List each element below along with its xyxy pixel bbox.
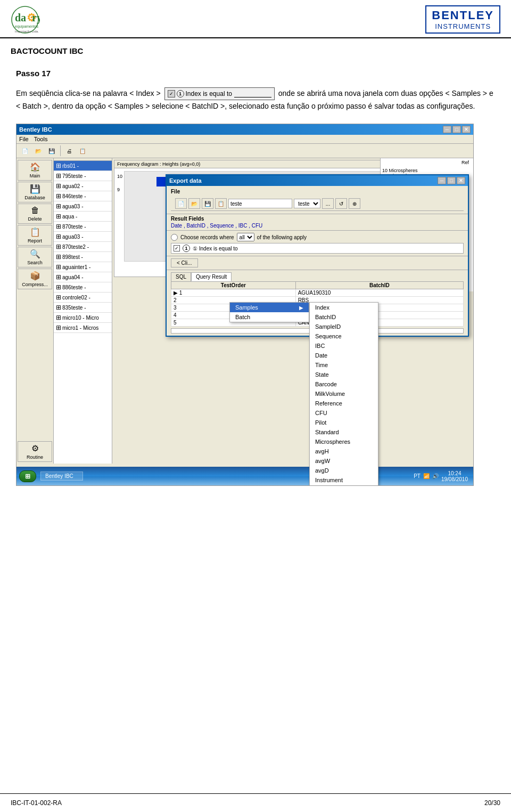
list-item-870teste[interactable]: ⊞ 870teste - xyxy=(54,222,112,232)
query-radio[interactable] xyxy=(171,234,178,241)
submenu-date[interactable]: Date xyxy=(310,351,378,360)
submenu-microspheres[interactable]: Microspheres xyxy=(310,437,378,446)
dialog-browse-btn[interactable]: ... xyxy=(322,198,334,209)
sidebar-compress[interactable]: 📦 Compress... xyxy=(18,269,52,289)
tab-sql[interactable]: SQL xyxy=(171,272,191,281)
list-item-846teste[interactable]: ⊞ 846teste - xyxy=(54,191,112,201)
maximize-button[interactable]: □ xyxy=(452,126,461,133)
clock-date: 19/08/2010 xyxy=(441,476,468,482)
list-item-aqua[interactable]: ⊞ aqua - xyxy=(54,212,112,222)
submenu-state[interactable]: State xyxy=(310,370,378,379)
sidebar-database[interactable]: 💾 Database xyxy=(18,182,52,202)
signal-icon: 📶 xyxy=(423,473,430,479)
start-button[interactable]: ⊞ xyxy=(19,470,36,482)
dialog-maximize[interactable]: □ xyxy=(447,177,456,184)
underline-blank xyxy=(234,90,271,98)
sidebar-routine[interactable]: ⚙ Routine xyxy=(18,441,52,462)
file-input[interactable] xyxy=(228,199,292,208)
toolbar-print[interactable]: 🖨 xyxy=(63,145,75,157)
submenu-cfu[interactable]: CFU xyxy=(310,408,378,418)
dialog-copy-btn[interactable]: 📋 xyxy=(215,198,227,209)
query-label-text: Choose records where xyxy=(180,234,234,240)
submenu-sampleid[interactable]: SampleID xyxy=(310,322,378,331)
submenu-ibc[interactable]: IBC xyxy=(310,341,378,351)
page-footer: IBC-IT-01-002-RA 20/30 xyxy=(0,793,511,812)
dialog-minimize[interactable]: ─ xyxy=(438,177,446,184)
list-item-rbs01[interactable]: ⊞ rbs01 - xyxy=(54,161,112,171)
list-item-898test[interactable]: ⊞ 898test - xyxy=(54,252,112,262)
list-item-agua02[interactable]: ⊞ agua02 - xyxy=(54,181,112,191)
win-taskbar: ⊞ Bentley IBC PT 📶 🔊 10:24 19/08/2010 xyxy=(17,467,473,485)
tab-query-result[interactable]: Query Result xyxy=(191,272,232,281)
minimize-button[interactable]: ─ xyxy=(443,126,451,133)
submenu-avgh[interactable]: avgH xyxy=(310,446,378,456)
sidebar: 🏠 Main 💾 Database 🗑 Delete 📋 Report xyxy=(17,158,54,464)
list-item-agua03b[interactable]: ⊞ agua03 - xyxy=(54,232,112,242)
dialog-refresh-btn[interactable]: ↺ xyxy=(335,198,347,209)
table-row[interactable]: ▶ 1 AGUA190310 xyxy=(171,289,464,297)
list-item-870teste2[interactable]: ⊞ 870teste2 - xyxy=(54,242,112,252)
list-item-agua03[interactable]: ⊞ agua03 - xyxy=(54,201,112,212)
list-item-label: agua04 - xyxy=(62,274,83,280)
y-label-9: 9 xyxy=(117,187,122,192)
dialog-file-section: File 📄 📂 💾 📋 teste ... xyxy=(167,186,468,214)
toolbar-copy[interactable]: 📋 xyxy=(77,145,88,157)
submenu-pilot[interactable]: Pilot xyxy=(310,418,378,427)
taskbar-bentley[interactable]: Bentley IBC xyxy=(40,472,83,481)
list-item-label: 886teste - xyxy=(62,285,86,290)
toolbar-save[interactable]: 💾 xyxy=(46,145,57,157)
list-item-icon: ⊞ xyxy=(56,192,61,200)
context-menu: Samples ▶ Batch xyxy=(229,302,309,322)
dialog-close[interactable]: ✕ xyxy=(457,177,465,184)
list-item-795teste[interactable]: ⊞ 795teste - xyxy=(54,171,112,181)
submenu-indextopilot[interactable]: Index to Pilot xyxy=(310,485,378,486)
menu-file[interactable]: File xyxy=(19,136,29,142)
sidebar-search[interactable]: 🔍 Search xyxy=(18,247,52,267)
list-item-micro10[interactable]: ⊞ micro10 - Micro xyxy=(54,313,112,323)
list-item-controle02[interactable]: ⊞ controle02 - xyxy=(54,293,112,303)
query-all-select[interactable]: all xyxy=(237,233,254,241)
context-menu-samples[interactable]: Samples ▶ xyxy=(230,303,309,312)
list-item-886teste[interactable]: ⊞ 886teste - xyxy=(54,282,112,293)
sidebar-delete[interactable]: 🗑 Delete xyxy=(18,204,52,224)
list-item-icon: ⊞ xyxy=(56,304,61,311)
dialog-new-btn[interactable]: 📄 xyxy=(175,198,187,209)
sidebar-database-label: Database xyxy=(24,195,45,200)
submenu-sequence[interactable]: Sequence xyxy=(310,331,378,341)
start-icon: ⊞ xyxy=(25,473,30,480)
submenu-time[interactable]: Time xyxy=(310,360,378,370)
list-item-agua04[interactable]: ⊞ agua04 - xyxy=(54,272,112,282)
main-area: Frequency diagram : Heights (avg=0,0) Re… xyxy=(112,158,473,464)
list-item-aguainter1[interactable]: ⊞ aguainter1 - xyxy=(54,262,112,272)
submenu-instrument[interactable]: Instrument xyxy=(310,475,378,485)
query-action-btn[interactable]: < Cli... xyxy=(171,258,198,267)
list-item-micro1[interactable]: ⊞ micro1 - Micros xyxy=(54,323,112,333)
sidebar-main[interactable]: 🏠 Main xyxy=(18,160,52,181)
dialog-extra-btn[interactable]: ⊕ xyxy=(349,198,360,209)
main-icon: 🏠 xyxy=(30,162,40,172)
app-window: Bentley IBC ─ □ ✕ File Tools 📄 📂 💾 🖨 📋 xyxy=(17,124,473,467)
submenu-avgw[interactable]: avgW xyxy=(310,456,378,466)
circle-one: 1 xyxy=(177,90,184,98)
list-item-icon: ⊞ xyxy=(56,182,61,190)
list-item-835teste[interactable]: ⊞ 835teste - xyxy=(54,303,112,313)
submenu-avgd[interactable]: avgD xyxy=(310,466,378,475)
query-checkbox[interactable]: ✓ xyxy=(174,245,180,251)
file-select[interactable]: teste xyxy=(294,199,320,208)
list-item-icon: ⊞ xyxy=(56,253,61,261)
dialog-save-btn[interactable]: 💾 xyxy=(202,198,213,209)
submenu-barcode[interactable]: Barcode xyxy=(310,379,378,389)
submenu-batchid[interactable]: BatchID xyxy=(310,312,378,322)
toolbar-open[interactable]: 📂 xyxy=(32,145,44,157)
report-icon: 📋 xyxy=(30,227,40,237)
submenu-milkvolume[interactable]: MilkVolume xyxy=(310,389,378,399)
toolbar-new[interactable]: 📄 xyxy=(19,145,31,157)
submenu-standard[interactable]: Standard xyxy=(310,427,378,437)
sidebar-report[interactable]: 📋 Report xyxy=(18,225,52,246)
submenu-reference[interactable]: Reference xyxy=(310,399,378,408)
context-menu-batch[interactable]: Batch xyxy=(230,312,309,322)
close-button[interactable]: ✕ xyxy=(462,126,471,133)
menu-tools[interactable]: Tools xyxy=(34,136,48,142)
dialog-open-btn[interactable]: 📂 xyxy=(188,198,200,209)
submenu-index[interactable]: Index xyxy=(310,303,378,312)
